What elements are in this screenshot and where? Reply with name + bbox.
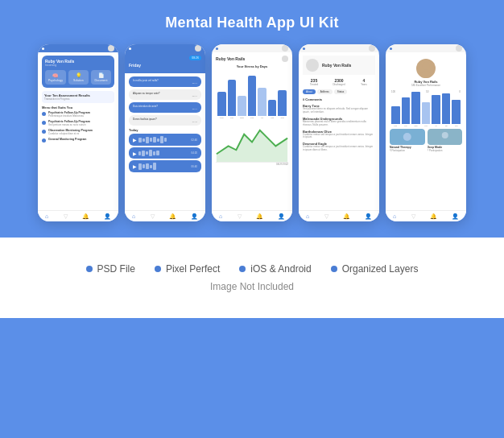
- audio-msg-3[interactable]: ▶ 06:40: [129, 160, 201, 172]
- phone-1-statusbar: [38, 44, 118, 52]
- card-sub: 8 Participation: [390, 149, 425, 152]
- person-icon[interactable]: 👤: [191, 213, 198, 220]
- home-icon[interactable]: ⌂: [219, 213, 222, 219]
- solution-btn[interactable]: 💡 Solution: [68, 70, 89, 85]
- play-icon: ▶: [133, 151, 137, 156]
- solution-icon: 💡: [72, 72, 85, 78]
- bar: [432, 95, 440, 124]
- comment-text: Curabitur metus sed tempus a just tincid…: [303, 134, 375, 140]
- feature-label: Organized Layers: [342, 263, 419, 275]
- bell-icon[interactable]: 🔔: [430, 213, 437, 220]
- bar-label: Tue: [404, 125, 407, 126]
- status-avatar: [456, 45, 462, 52]
- bar-fri: Fri: [432, 95, 440, 126]
- person-icon[interactable]: 👤: [365, 213, 372, 220]
- audio-msg-1[interactable]: ▶ 02:40: [129, 134, 201, 146]
- svg-point-6: [441, 132, 448, 138]
- document-icon: 📄: [94, 72, 108, 78]
- line-chart-svg: [216, 122, 288, 162]
- p2-header: Friday 08:26: [125, 52, 205, 73]
- bar-thu: Thu: [248, 76, 257, 119]
- menu-item-3: Observation Monitoring Program Curabitur…: [42, 129, 114, 135]
- filter-icon[interactable]: ▽: [64, 213, 68, 220]
- status-btn[interactable]: Status: [334, 89, 348, 94]
- bell-icon[interactable]: 🔔: [169, 213, 176, 220]
- feature-dot: [86, 266, 93, 272]
- menu-item-sub: Curabitur volutpat diam at ex: [48, 132, 93, 135]
- phone-3-content: Ruby Von Rails Your Stress by Days Mon T…: [212, 52, 292, 221]
- p3-name: Ruby Von Rails: [216, 56, 245, 61]
- phone-2: Friday 08:26 In mollis justo vel nulla? …: [125, 44, 205, 221]
- person-icon[interactable]: 👤: [278, 213, 285, 220]
- bar: [248, 76, 257, 116]
- top-section: Mental Health App UI Kit Ruby Von Rails …: [0, 0, 504, 238]
- status-avatar: [195, 45, 201, 52]
- card-1: Natural Therapy 8 Participation: [390, 129, 425, 152]
- p4-avatar: [306, 59, 319, 72]
- bell-icon[interactable]: 🔔: [256, 213, 263, 220]
- home-icon[interactable]: ⌂: [45, 213, 48, 219]
- home-icon[interactable]: ⌂: [306, 213, 309, 219]
- p2-time: 08:26: [189, 56, 201, 60]
- msg-3: Duis interdum de ante? 08:17: [129, 102, 201, 113]
- bar-label: Thu: [250, 117, 254, 119]
- menu-dot: [42, 130, 46, 134]
- features-row: PSD File Pixel Perfect iOS & Android Org…: [86, 263, 419, 275]
- comment-4: Desmond Eagle Curabitur metus sed tempus…: [303, 142, 375, 152]
- menu-item-text: General Monitoring Program: [48, 138, 86, 141]
- phone-5: Ruby Von Rails 585 Excellent Performance…: [386, 44, 466, 221]
- bar: [258, 88, 266, 116]
- feature-dot: [331, 266, 337, 272]
- bell-icon[interactable]: 🔔: [82, 213, 89, 220]
- msg-1: In mollis justo vel nulla? 08:17: [129, 76, 201, 87]
- bar: [411, 92, 420, 124]
- menu-title: Menu that Suits You: [42, 105, 114, 110]
- feature-label: iOS & Android: [250, 263, 311, 275]
- filter-icon[interactable]: ▽: [324, 213, 328, 220]
- psychology-btn[interactable]: 🧠 Psychology: [45, 70, 66, 85]
- phone-1-nav: ⌂ ▽ 🔔 👤: [38, 210, 118, 221]
- psychology-icon: 🧠: [48, 72, 63, 78]
- svg-point-2: [419, 71, 432, 78]
- bar-wed: Wed: [238, 96, 246, 119]
- msg-2: Aliquam eu tempor ante? 08:17: [129, 89, 201, 100]
- person-icon[interactable]: 👤: [104, 213, 111, 220]
- p4-header: Ruby Von Rails: [303, 56, 375, 75]
- bar: [228, 80, 237, 116]
- back-icon: [390, 48, 392, 50]
- document-btn[interactable]: 📄 Document: [91, 70, 111, 85]
- stat-label: Treated: [303, 83, 325, 86]
- filter-icon[interactable]: ▽: [238, 213, 242, 220]
- phone-2-nav: ⌂ ▽ 🔔 👤: [125, 210, 205, 221]
- filter-icon[interactable]: ▽: [411, 213, 415, 220]
- p3-avatar: [282, 56, 288, 62]
- audio-msg-2[interactable]: ▶ 04:20: [129, 147, 201, 159]
- phone-5-content: Ruby Von Rails 585 Excellent Performance…: [386, 52, 466, 221]
- status-avatar: [369, 45, 375, 52]
- card-2: Deep Mode 8 Participation: [428, 129, 463, 152]
- phone-1-content: Ruby Von Rails Incoming 🧠 Psychology 💡 S…: [38, 52, 118, 221]
- about-btn[interactable]: About: [303, 89, 316, 94]
- person-icon[interactable]: 👤: [452, 213, 459, 220]
- footer-note: Image Not Included: [210, 281, 294, 292]
- home-icon[interactable]: ⌂: [393, 213, 396, 219]
- phone-4: Ruby Von Rails 235 Treated 2300 Discharg…: [299, 44, 379, 221]
- comment-text: Maecenas placerat nisl in libero gravida…: [303, 121, 375, 127]
- bell-icon[interactable]: 🔔: [343, 213, 350, 220]
- menu-item-2: Psychiatric Follow-Up Program Sed pretiu…: [42, 120, 114, 126]
- menu-item-sub: Sed pretium massa ac nunc rutrum: [48, 123, 90, 126]
- line-chart: [216, 122, 288, 163]
- svg-point-1: [422, 62, 430, 70]
- bar-label: Sun: [281, 117, 284, 119]
- home-icon[interactable]: ⌂: [132, 213, 135, 219]
- address-btn[interactable]: Address: [317, 89, 333, 94]
- status-avatar: [108, 45, 114, 52]
- filter-icon[interactable]: ▽: [151, 213, 155, 220]
- bar-tue: Tue: [402, 97, 411, 126]
- comment-2: Malesuada Undergrounds Maecenas placerat…: [303, 117, 375, 127]
- bar-label: Sat: [445, 125, 448, 126]
- bar-mon: Mon: [217, 92, 226, 119]
- p1-sub: Incoming: [45, 64, 111, 67]
- play-icon: ▶: [133, 163, 137, 169]
- msg-4: Donec facilisis ipsum? 02:18: [129, 115, 201, 126]
